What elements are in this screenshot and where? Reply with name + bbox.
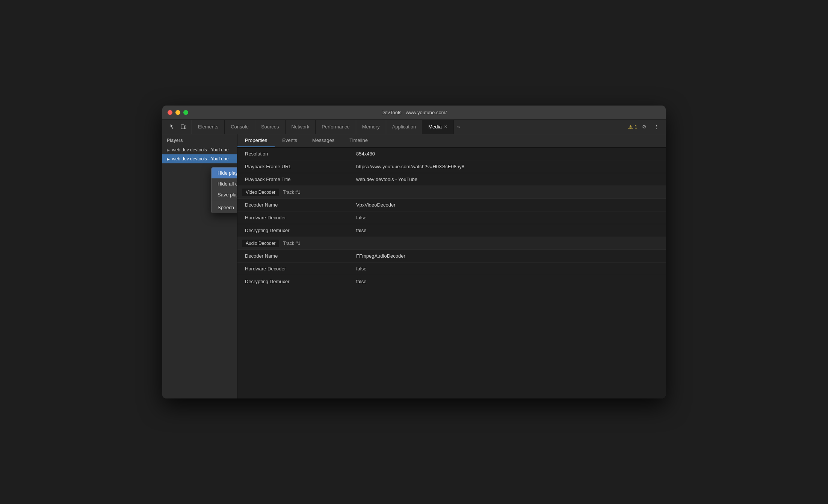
prop-val-vhw-decoder: false — [350, 212, 666, 223]
context-menu-hide-all[interactable]: Hide all others — [212, 178, 237, 189]
subtab-messages[interactable]: Messages — [305, 134, 342, 147]
audio-track-label: Track #1 — [283, 241, 300, 246]
arrow-icon-2: ▶ — [167, 157, 170, 161]
player-label-2: web.dev devtools - YouTube — [172, 156, 228, 161]
prop-val-ahw-decoder: false — [350, 263, 666, 275]
titlebar: DevTools - www.youtube.com/ — [162, 106, 666, 120]
prop-key-vdecoder-name: Decoder Name — [237, 199, 350, 211]
prop-row-vhw-decoder: Hardware Decoder false — [237, 211, 666, 224]
toolbar: Elements Console Sources Network Perform… — [162, 120, 666, 134]
prop-val-url: https://www.youtube.com/watch?v=H0XScE08… — [350, 161, 666, 172]
warning-icon: ⚠ — [628, 124, 633, 130]
tab-elements[interactable]: Elements — [192, 120, 225, 134]
tab-media-close[interactable]: ✕ — [444, 124, 447, 129]
inspect-icon[interactable] — [167, 122, 177, 132]
warning-count: 1 — [635, 124, 637, 130]
prop-val-resolution: 854x480 — [350, 148, 666, 160]
subtab-events[interactable]: Events — [275, 134, 305, 147]
tab-application[interactable]: Application — [386, 120, 423, 134]
prop-key-adecoder-name: Decoder Name — [237, 250, 350, 262]
context-menu-separator — [212, 201, 237, 201]
prop-val-title: web.dev devtools - YouTube — [350, 174, 666, 185]
settings-button[interactable]: ⚙ — [639, 122, 649, 132]
subtab-properties[interactable]: Properties — [237, 134, 275, 147]
prop-row-ahw-decoder: Hardware Decoder false — [237, 263, 666, 275]
context-menu-save-info[interactable]: Save player info — [212, 189, 237, 200]
properties-table: Resolution 854x480 Playback Frame URL ht… — [237, 148, 666, 398]
devtools-window: DevTools - www.youtube.com/ Elements Con… — [162, 106, 666, 398]
sub-tabs: Properties Events Messages Timeline — [237, 134, 666, 148]
prop-key-resolution: Resolution — [237, 148, 350, 160]
svg-rect-1 — [184, 126, 186, 129]
prop-row-vdecoder-name: Decoder Name VpxVideoDecoder — [237, 199, 666, 211]
arrow-icon-1: ▶ — [167, 148, 170, 152]
prop-key-title: Playback Frame Title — [237, 174, 350, 185]
warning-badge[interactable]: ⚠ 1 — [628, 124, 637, 130]
tab-console[interactable]: Console — [225, 120, 255, 134]
more-options-button[interactable]: ⋮ — [651, 122, 661, 132]
prop-val-vdecoder-name: VpxVideoDecoder — [350, 199, 666, 211]
video-decoder-badge: Video Decoder — [242, 189, 279, 196]
svg-rect-0 — [181, 125, 184, 129]
more-tabs-button[interactable]: » — [454, 122, 464, 132]
prop-row-adecrypt-demux: Decrypting Demuxer false — [237, 275, 666, 288]
context-menu-hide-player[interactable]: Hide player — [212, 167, 237, 178]
prop-key-vdecrypt-demux: Decrypting Demuxer — [237, 225, 350, 236]
prop-row-vdecrypt-demux: Decrypting Demuxer false — [237, 224, 666, 237]
toolbar-icons — [164, 120, 192, 134]
context-menu: Hide player Hide all others Save player … — [211, 167, 237, 213]
toolbar-right: ⚠ 1 ⚙ ⋮ — [625, 122, 664, 132]
prop-val-adecrypt-demux: false — [350, 276, 666, 287]
close-button[interactable] — [168, 110, 172, 115]
prop-key-vhw-decoder: Hardware Decoder — [237, 212, 350, 223]
sidebar-header: Players — [162, 134, 237, 145]
window-title: DevTools - www.youtube.com/ — [381, 110, 447, 115]
tab-media[interactable]: Media ✕ — [422, 120, 453, 134]
prop-key-adecrypt-demux: Decrypting Demuxer — [237, 276, 350, 287]
prop-row-url: Playback Frame URL https://www.youtube.c… — [237, 160, 666, 173]
prop-row-resolution: Resolution 854x480 — [237, 148, 666, 160]
prop-val-adecoder-name: FFmpegAudioDecoder — [350, 250, 666, 262]
video-track-label: Track #1 — [283, 190, 300, 195]
context-menu-speech[interactable]: Speech ▶ — [212, 202, 237, 213]
prop-row-adecoder-name: Decoder Name FFmpegAudioDecoder — [237, 250, 666, 263]
player-label-1: web.dev devtools - YouTube — [172, 147, 228, 152]
maximize-button[interactable] — [183, 110, 188, 115]
traffic-lights — [168, 110, 188, 115]
main-area: Players ▶ web.dev devtools - YouTube ▶ w… — [162, 134, 666, 398]
prop-key-url: Playback Frame URL — [237, 161, 350, 172]
tab-performance[interactable]: Performance — [316, 120, 356, 134]
video-decoder-header: Video Decoder Track #1 — [237, 186, 666, 199]
prop-row-title: Playback Frame Title web.dev devtools - … — [237, 173, 666, 186]
player-item-2[interactable]: ▶ web.dev devtools - YouTube — [162, 154, 237, 163]
tab-memory[interactable]: Memory — [356, 120, 386, 134]
minimize-button[interactable] — [175, 110, 180, 115]
prop-key-ahw-decoder: Hardware Decoder — [237, 263, 350, 275]
tab-sources[interactable]: Sources — [255, 120, 286, 134]
device-icon[interactable] — [178, 122, 189, 132]
audio-decoder-badge: Audio Decoder — [242, 240, 279, 247]
subtab-timeline[interactable]: Timeline — [342, 134, 375, 147]
tab-bar: Elements Console Sources Network Perform… — [192, 120, 625, 134]
tab-network[interactable]: Network — [286, 120, 316, 134]
prop-val-vdecrypt-demux: false — [350, 225, 666, 236]
sidebar: Players ▶ web.dev devtools - YouTube ▶ w… — [162, 134, 237, 398]
player-item-1[interactable]: ▶ web.dev devtools - YouTube — [162, 145, 237, 154]
audio-decoder-header: Audio Decoder Track #1 — [237, 237, 666, 250]
content-area: Properties Events Messages Timeline Reso… — [237, 134, 666, 398]
